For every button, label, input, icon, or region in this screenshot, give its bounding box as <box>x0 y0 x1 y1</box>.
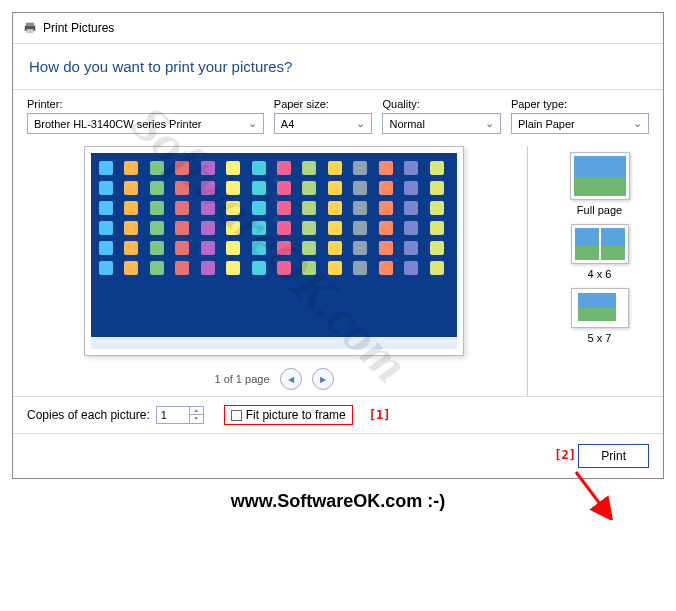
paper-size-value: A4 <box>281 118 294 130</box>
quality-option: Quality: Normal ⌄ <box>382 98 500 134</box>
arrow-icon <box>574 470 614 520</box>
paper-size-label: Paper size: <box>274 98 373 110</box>
template-5x7[interactable]: 5 x 7 <box>536 288 663 344</box>
quality-value: Normal <box>389 118 424 130</box>
print-button[interactable]: Print <box>578 444 649 468</box>
printer-option: Printer: Brother HL-3140CW series Printe… <box>27 98 264 134</box>
quality-select[interactable]: Normal ⌄ <box>382 113 500 134</box>
content-area: 1 of 1 page ◀ ▶ Full page 4 x 6 5 x 7 <box>13 138 663 396</box>
copies-value: 1 <box>157 407 189 423</box>
footer-brand: www.SoftwareOK.com :-) <box>12 491 664 512</box>
fit-to-frame-group: Fit picture to frame <box>224 405 353 425</box>
template-4x6[interactable]: 4 x 6 <box>536 224 663 280</box>
bottom-row: Copies of each picture: 1 ▲ ▼ Fit pictur… <box>13 396 663 433</box>
annotation-2: [2] <box>554 448 576 462</box>
window-title: Print Pictures <box>43 21 114 35</box>
paper-size-option: Paper size: A4 ⌄ <box>274 98 373 134</box>
preview-area: 1 of 1 page ◀ ▶ <box>27 146 521 396</box>
chevron-down-icon: ⌄ <box>356 117 365 130</box>
printer-select[interactable]: Brother HL-3140CW series Printer ⌄ <box>27 113 264 134</box>
template-label: 4 x 6 <box>588 268 612 280</box>
fit-to-frame-label: Fit picture to frame <box>246 408 346 422</box>
paper-size-select[interactable]: A4 ⌄ <box>274 113 373 134</box>
print-pictures-window: Print Pictures How do you want to print … <box>12 12 664 479</box>
fit-to-frame-checkbox[interactable] <box>231 410 242 421</box>
prev-page-button[interactable]: ◀ <box>280 368 302 390</box>
chevron-down-icon: ⌄ <box>485 117 494 130</box>
layout-templates: Full page 4 x 6 5 x 7 <box>527 146 663 396</box>
paper-type-select[interactable]: Plain Paper ⌄ <box>511 113 649 134</box>
svg-rect-2 <box>27 29 34 33</box>
printer-value: Brother HL-3140CW series Printer <box>34 118 202 130</box>
printer-icon <box>23 21 37 35</box>
header-question: How do you want to print your pictures? <box>29 58 647 75</box>
paper-type-value: Plain Paper <box>518 118 575 130</box>
quality-label: Quality: <box>382 98 500 110</box>
pager-text: 1 of 1 page <box>214 373 269 385</box>
chevron-down-icon: ⌄ <box>248 117 257 130</box>
printer-label: Printer: <box>27 98 264 110</box>
preview-image <box>91 153 457 349</box>
template-label: Full page <box>577 204 622 216</box>
template-full-page[interactable]: Full page <box>536 152 663 216</box>
pager: 1 of 1 page ◀ ▶ <box>27 368 521 396</box>
triangle-left-icon: ◀ <box>288 375 294 384</box>
next-page-button[interactable]: ▶ <box>312 368 334 390</box>
header: How do you want to print your pictures? <box>13 43 663 90</box>
copies-spinner[interactable]: 1 ▲ ▼ <box>156 406 204 424</box>
spinner-up-icon[interactable]: ▲ <box>190 407 203 415</box>
copies-label: Copies of each picture: <box>27 408 150 422</box>
triangle-right-icon: ▶ <box>320 375 326 384</box>
titlebar: Print Pictures <box>13 13 663 43</box>
template-label: 5 x 7 <box>588 332 612 344</box>
chevron-down-icon: ⌄ <box>633 117 642 130</box>
svg-rect-0 <box>26 23 34 26</box>
page-preview <box>84 146 464 356</box>
paper-type-option: Paper type: Plain Paper ⌄ <box>511 98 649 134</box>
paper-type-label: Paper type: <box>511 98 649 110</box>
annotation-1: [1] <box>369 408 391 422</box>
spinner-down-icon[interactable]: ▼ <box>190 415 203 423</box>
options-row: Printer: Brother HL-3140CW series Printe… <box>13 90 663 138</box>
taskbar <box>91 337 457 349</box>
